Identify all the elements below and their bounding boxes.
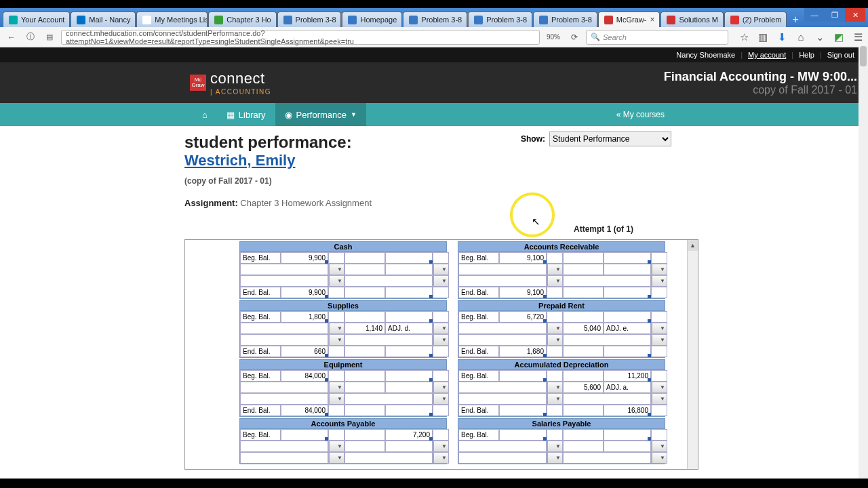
t-cell[interactable]: ▼ [328,334,344,346]
home-icon[interactable]: ⌂ [795,31,807,43]
worksheet-scrollbar[interactable]: ▲ [687,240,698,469]
browser-tab[interactable]: Mail - Nancy [71,12,136,27]
browser-tab[interactable]: Problem 3-8 [277,12,342,27]
t-cell[interactable]: ▼ [328,452,344,464]
t-cell[interactable]: ▼ [547,275,563,287]
zoom-level[interactable]: 90% [544,33,563,41]
dropdown-button[interactable]: ▼ [547,335,562,345]
help-link[interactable]: Help [799,51,814,59]
dropdown-button[interactable]: ▼ [547,394,562,404]
browser-tab[interactable]: Problem 3-8 [468,12,532,27]
menu-icon[interactable]: ☰ [852,31,864,43]
t-cell[interactable]: ▼ [547,441,563,452]
browser-tab[interactable]: McGraw-× [598,12,660,27]
maximize-button[interactable]: ❐ [825,8,845,22]
t-cell[interactable]: ▼ [328,441,344,452]
dropdown-button[interactable]: ▼ [433,276,448,286]
t-cell[interactable]: ▼ [547,393,563,405]
nav-performance[interactable]: ◉Performance▼ [275,103,366,126]
browser-tab[interactable]: Problem 3-8 [533,12,597,27]
bookmark-star-icon[interactable]: ☆ [738,31,750,43]
t-cell[interactable]: ▼ [328,264,344,275]
nav-home[interactable]: ⌂ [193,103,217,126]
dropdown-button[interactable]: ▼ [547,323,562,333]
dropdown-button[interactable]: ▼ [329,335,344,345]
my-courses-link[interactable]: « My courses [604,103,868,126]
downloads-icon[interactable]: ⬇ [776,31,788,43]
t-cell[interactable]: ▼ [433,382,449,393]
dropdown-button[interactable]: ▼ [652,382,667,392]
t-cell[interactable]: ▼ [433,334,449,346]
t-cell[interactable]: ▼ [651,382,667,393]
reader-icon[interactable]: ▤ [42,30,57,45]
dropdown-button[interactable]: ▼ [329,394,344,404]
dropdown-button[interactable]: ▼ [329,264,344,274]
ext-icon[interactable]: ◩ [833,31,845,43]
t-cell[interactable]: ▼ [651,334,667,346]
t-cell[interactable]: ▼ [328,393,344,405]
dropdown-button[interactable]: ▼ [433,264,448,274]
t-cell[interactable]: ▼ [433,275,449,287]
nav-library[interactable]: ▦Library [217,103,275,126]
dropdown-button[interactable]: ▼ [329,323,344,333]
t-cell[interactable]: ▼ [433,323,449,334]
browser-tab[interactable]: My Meetings List [136,12,208,27]
identity-icon[interactable]: ⓘ [23,30,38,45]
dropdown-button[interactable]: ▼ [547,382,562,392]
dropdown-button[interactable]: ▼ [652,394,667,404]
signout-link[interactable]: Sign out [827,51,854,59]
t-cell[interactable]: ▼ [651,441,667,452]
t-cell[interactable]: ▼ [328,275,344,287]
dropdown-button[interactable]: ▼ [433,323,448,333]
t-cell[interactable]: ▼ [328,382,344,393]
show-select[interactable]: Student Performance [549,131,671,146]
dropdown-button[interactable]: ▼ [547,276,562,286]
t-cell[interactable]: ▼ [433,452,449,464]
dropdown-button[interactable]: ▼ [433,394,448,404]
browser-tab[interactable]: Problem 3-8 [403,12,467,27]
dropdown-button[interactable]: ▼ [652,441,667,451]
t-cell[interactable]: ▼ [651,275,667,287]
dropdown-button[interactable]: ▼ [433,453,448,463]
t-cell[interactable]: ▼ [547,264,563,275]
dropdown-button[interactable]: ▼ [547,441,562,451]
search-input[interactable]: 🔍 Search [586,30,728,45]
reload-button[interactable]: ⟳ [567,30,582,45]
new-tab-button[interactable]: + [787,12,804,27]
t-cell[interactable]: ▼ [547,334,563,346]
url-input[interactable]: connect.mheducation.com/connect/studentP… [61,30,540,45]
browser-tab[interactable]: (2) Problem [724,12,787,27]
browser-tab[interactable]: Homepage [342,12,402,27]
t-cell[interactable]: ▼ [433,264,449,275]
pocket-icon[interactable]: ⌄ [814,31,826,43]
dropdown-button[interactable]: ▼ [652,264,667,274]
browser-tab[interactable]: Solutions M [660,12,723,27]
dropdown-button[interactable]: ▼ [547,453,562,463]
dropdown-button[interactable]: ▼ [433,382,448,392]
browser-tab[interactable]: Your Account [3,12,70,27]
dropdown-button[interactable]: ▼ [329,276,344,286]
back-button[interactable]: ← [4,30,19,45]
t-cell[interactable]: ▼ [433,441,449,452]
t-cell[interactable]: ▼ [547,452,563,464]
t-cell[interactable]: ▼ [547,323,563,334]
t-cell[interactable]: ▼ [328,323,344,334]
my-account-link[interactable]: My account [748,51,786,59]
dropdown-button[interactable]: ▼ [652,323,667,333]
dropdown-button[interactable]: ▼ [652,276,667,286]
t-cell[interactable]: ▼ [547,382,563,393]
minimize-button[interactable]: — [804,8,825,22]
dropdown-button[interactable]: ▼ [547,264,562,274]
student-link[interactable]: Westrich, Emily [184,152,295,169]
dropdown-button[interactable]: ▼ [433,441,448,451]
dropdown-button[interactable]: ▼ [329,441,344,451]
t-cell[interactable]: ▼ [651,323,667,334]
dropdown-button[interactable]: ▼ [329,453,344,463]
connect-logo[interactable]: McGraw connect | ACCOUNTING [190,70,271,96]
t-cell[interactable]: ▼ [651,264,667,275]
window-close-button[interactable]: ✕ [845,8,865,22]
dropdown-button[interactable]: ▼ [329,382,344,392]
t-cell[interactable]: ▼ [433,393,449,405]
library-icon[interactable]: ▥ [757,31,769,43]
t-cell[interactable]: ▼ [651,393,667,405]
